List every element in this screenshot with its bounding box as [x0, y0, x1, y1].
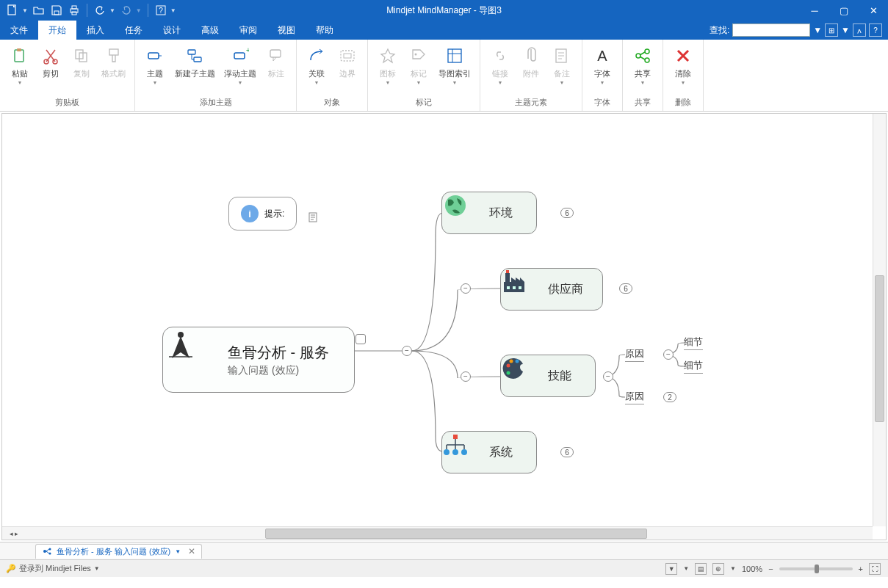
svg-point-67	[49, 548, 51, 551]
filter-icon[interactable]: ▼	[665, 563, 677, 575]
globe-icon	[452, 198, 482, 228]
window-title: Mindjet MindManager - 导图3	[386, 4, 502, 17]
ribbon-button[interactable]: 清除▼	[668, 43, 699, 95]
close-button[interactable]: ✕	[859, 0, 888, 21]
expand-toggle[interactable]: −	[461, 283, 471, 294]
toolbar-button-1[interactable]: ⊞	[825, 23, 838, 37]
ribbon-label: 备注	[554, 69, 570, 79]
expand-toggle[interactable]: −	[603, 371, 613, 382]
dropdown-icon[interactable]: ▼	[813, 25, 822, 35]
ribbon-label: 主题	[147, 69, 163, 79]
scroll-nav-button[interactable]: ◂ ▸	[4, 529, 24, 539]
vertical-scrollbar[interactable]	[873, 114, 886, 526]
expand-toggle[interactable]: −	[461, 371, 471, 382]
dropdown-icon[interactable]: ▼	[136, 7, 142, 14]
ribbon-icon	[266, 46, 286, 66]
branch-environment[interactable]: 环境	[441, 192, 537, 234]
help-button[interactable]: ?	[869, 23, 882, 37]
maximize-button[interactable]: ▢	[829, 0, 859, 21]
ribbon-group: 关联▼边界对象	[297, 40, 368, 111]
open-icon[interactable]	[32, 4, 46, 17]
svg-point-53	[516, 360, 519, 363]
tab-advanced[interactable]: 高级	[191, 21, 229, 40]
expand-toggle[interactable]: −	[663, 349, 674, 360]
tab-insert[interactable]: 插入	[76, 21, 115, 40]
count-badge[interactable]: 6	[560, 447, 574, 457]
ribbon-label: 标记	[411, 69, 427, 79]
anchor-node[interactable]	[355, 334, 366, 344]
group-label: 对象	[297, 95, 367, 111]
new-doc-icon[interactable]	[6, 4, 19, 17]
ribbon-button[interactable]: 新建子主题	[170, 43, 220, 95]
ribbon-button[interactable]: 关联▼	[301, 43, 332, 95]
ribbon-button[interactable]: 粘贴▼	[4, 43, 35, 95]
save-icon[interactable]	[50, 4, 63, 17]
fullscreen-icon[interactable]: ⛶	[869, 563, 881, 575]
tab-file[interactable]: 文件	[0, 21, 38, 40]
branch-skill[interactable]: 技能	[500, 355, 596, 397]
ribbon-button[interactable]: A字体▼	[587, 43, 618, 95]
count-badge[interactable]: 2	[663, 392, 676, 402]
count-badge[interactable]: 6	[619, 283, 632, 294]
sub-cause-2[interactable]: 原因	[625, 390, 644, 404]
zoom-level: 100%	[742, 565, 762, 573]
document-tab-strip: 鱼骨分析 - 服务 输入问题 (效应) ▼ ✕	[0, 542, 888, 559]
hierarchy-icon	[452, 438, 482, 467]
zoom-out-button[interactable]: −	[768, 565, 773, 573]
tab-help[interactable]: 帮助	[306, 21, 344, 40]
close-tab-button[interactable]: ✕	[188, 546, 195, 556]
ribbon-button[interactable]: +浮动主题▼	[220, 43, 261, 95]
group-label: 主题元素	[480, 95, 582, 111]
redo-icon[interactable]	[120, 4, 133, 17]
dropdown-icon[interactable]: ▼	[170, 7, 176, 14]
central-topic[interactable]: 鱼骨分析 - 服务 输入问题 (效应)	[162, 327, 355, 393]
zoom-fit-icon[interactable]: ⊕	[712, 563, 724, 575]
count-badge[interactable]: 6	[560, 208, 574, 218]
tab-design[interactable]: 设计	[153, 21, 191, 40]
svg-rect-14	[148, 53, 159, 59]
document-tab-dropdown-icon[interactable]: ▼	[175, 548, 181, 555]
document-tab[interactable]: 鱼骨分析 - 服务 输入问题 (效应) ▼ ✕	[35, 544, 202, 559]
svg-rect-17	[194, 57, 201, 62]
note-icon[interactable]	[308, 211, 320, 223]
tab-task[interactable]: 任务	[115, 21, 153, 40]
horizontal-scrollbar[interactable]: ◂ ▸	[2, 526, 873, 540]
zoom-in-button[interactable]: +	[859, 565, 863, 573]
ribbon-button[interactable]: 剪切	[35, 43, 66, 95]
zoom-slider[interactable]	[779, 567, 853, 570]
ribbon-group: A字体▼字体	[582, 40, 623, 111]
sub-detail-1[interactable]: 细节	[684, 335, 703, 350]
minimize-button[interactable]: ─	[800, 0, 829, 21]
dropdown-icon: ▼	[153, 80, 158, 85]
dropdown-icon[interactable]: ▼	[22, 7, 28, 14]
ribbon-icon	[378, 46, 398, 66]
svg-rect-13	[109, 49, 118, 55]
sub-detail-2[interactable]: 细节	[684, 359, 703, 374]
view-mode-icon[interactable]: ▤	[695, 563, 707, 575]
undo-icon[interactable]	[93, 4, 107, 17]
svg-line-35	[640, 52, 645, 55]
help-icon[interactable]: ?	[154, 4, 167, 17]
branch-supplier[interactable]: 供应商	[500, 268, 603, 311]
factory-icon	[511, 275, 541, 304]
callout-hint[interactable]: i 提示:	[228, 197, 297, 231]
ribbon-button[interactable]: 共享▼	[627, 43, 658, 95]
dropdown-icon[interactable]: ▼	[109, 7, 115, 14]
expand-toggle[interactable]: −	[402, 346, 412, 356]
tab-home[interactable]: 开始	[38, 21, 76, 40]
dropdown-icon[interactable]: ▼	[841, 25, 850, 35]
ribbon-button[interactable]: 导图索引▼	[434, 43, 475, 95]
tab-review[interactable]: 审阅	[229, 21, 267, 40]
tab-view[interactable]: 视图	[267, 21, 306, 40]
print-icon[interactable]	[68, 4, 81, 17]
search-input[interactable]	[732, 23, 810, 37]
ribbon-button[interactable]: 主题▼	[140, 43, 170, 95]
group-label: 添加主题	[135, 95, 296, 111]
branch-system[interactable]: 系统	[441, 431, 537, 473]
login-link[interactable]: 🔑 登录到 Mindjet Files ▼	[0, 563, 100, 574]
dropdown-icon: ▼	[416, 80, 422, 85]
collapse-ribbon-button[interactable]: ʌ	[853, 23, 866, 37]
sub-cause-1[interactable]: 原因	[625, 347, 644, 362]
title-bar: ▼ ▼ ▼ ?▼ Mindjet MindManager - 导图3 ─ ▢ ✕	[0, 0, 888, 21]
mindmap-canvas[interactable]: i 提示: 鱼骨分析 - 服务 输入问题 (效应) − 环境 6 供应商 − 6…	[1, 113, 887, 540]
